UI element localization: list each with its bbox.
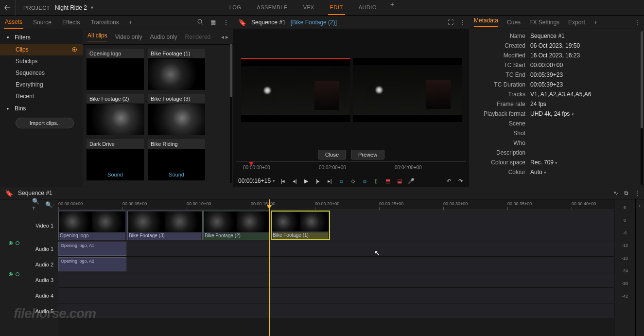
voiceover-icon[interactable]: 🎤 — [407, 177, 415, 185]
track-label-audio4[interactable]: Audio 4 — [28, 288, 58, 303]
step-back-icon[interactable]: ◂| — [291, 177, 298, 185]
viewer-frame-out[interactable] — [353, 58, 462, 122]
clip-card[interactable]: Bike Footage (2) — [87, 94, 144, 135]
fx-settings-tab[interactable]: FX Settings — [529, 19, 559, 26]
goto-start-icon[interactable]: |◂ — [279, 177, 287, 185]
clip-card[interactable]: Dark DriveSound — [87, 139, 144, 180]
clip-thumbnail[interactable]: Sound — [87, 149, 144, 180]
timeline-ruler[interactable]: 00:00:00+0000:00:05+0000:00:10+0000:00:1… — [58, 199, 614, 210]
source-tab[interactable]: Source — [32, 17, 52, 28]
timeline-sequence-name[interactable]: Sequence #1 — [18, 190, 52, 196]
playhead[interactable] — [269, 199, 270, 336]
goto-end-icon[interactable]: ▸| — [326, 177, 333, 185]
clip-card[interactable]: Opening logo — [87, 49, 144, 90]
timeline-clip[interactable]: Bike Footage (1) — [271, 211, 330, 240]
tab-assemble[interactable]: ASSEMBLE — [255, 0, 289, 15]
timecode-display[interactable]: 00:00:16+15 ▾ — [238, 177, 275, 184]
transitions-tab[interactable]: Transitions — [90, 17, 120, 28]
track-label-audio5[interactable]: Audio 5 — [28, 303, 58, 319]
collapse-panel-button[interactable]: ‹ — [635, 199, 644, 336]
audio-track-4[interactable] — [58, 288, 614, 303]
timeline-menu-icon[interactable]: ⋮ — [634, 190, 639, 196]
import-clips-button[interactable]: Import clips.. — [16, 118, 74, 128]
undo-icon[interactable]: ↶ — [445, 177, 453, 185]
track-label-audio2[interactable]: Audio 2 — [28, 257, 58, 272]
clip-thumbnail[interactable] — [87, 59, 144, 90]
clip-thumbnail[interactable] — [87, 104, 144, 135]
metadata-value[interactable]: Sequence #1 — [530, 33, 565, 39]
tab-audio[interactable]: AUDIO — [357, 0, 379, 15]
track-enable-toggle[interactable] — [9, 272, 13, 276]
chevron-down-icon[interactable]: ▼ — [90, 5, 94, 10]
metadata-value[interactable]: 06 Oct 2023, 19:50 — [530, 42, 580, 49]
fullscreen-icon[interactable]: ⛶ — [448, 19, 453, 26]
add-tab-button[interactable]: + — [390, 0, 394, 15]
delete-in-icon[interactable]: ⬒ — [384, 177, 392, 185]
metadata-value[interactable]: 16 Oct 2023, 16:23 — [530, 52, 580, 59]
export-tab[interactable]: Export — [568, 19, 585, 26]
metadata-tab[interactable]: Metadata — [474, 17, 498, 27]
bookmark-icon[interactable]: 🔖 — [5, 189, 13, 197]
audio-track-1[interactable]: Opening logo, A1 — [58, 241, 614, 257]
back-button[interactable] — [0, 0, 16, 16]
metadata-value[interactable]: UHD 4k, 24 fps ▾ — [530, 110, 574, 117]
metadata-value[interactable]: 24 fps — [530, 101, 546, 107]
metadata-value[interactable]: 00:05:39+23 — [530, 71, 563, 78]
filter-subclips[interactable]: Subclips — [0, 55, 83, 67]
mark-in-icon[interactable]: ⧈ — [337, 177, 345, 185]
delete-out-icon[interactable]: ⬓ — [396, 177, 403, 185]
metadata-value[interactable]: V1, A1,A2,A3,A4,A5,A6 — [530, 91, 591, 98]
timeline-audio-clip[interactable]: Opening logo, A1 — [58, 242, 126, 256]
metadata-value[interactable]: 00:05:39+23 — [530, 81, 563, 88]
mark-out-icon[interactable]: ⧈ — [361, 177, 368, 185]
meta-menu-icon[interactable]: ⋮ — [634, 19, 639, 26]
viewer-menu-icon[interactable]: ⋮ — [459, 19, 464, 26]
metadata-scrollbar[interactable] — [641, 31, 643, 185]
clip-thumbnail[interactable]: Sound — [148, 149, 205, 180]
track-enable-toggle[interactable] — [9, 241, 13, 245]
step-fwd-icon[interactable]: |▸ — [314, 177, 322, 185]
redo-icon[interactable]: ↷ — [456, 177, 464, 185]
clip-card[interactable]: Bike Footage (1) — [148, 49, 205, 90]
clip-filter-rendered[interactable]: Rendered — [185, 34, 211, 40]
timeline-clip[interactable]: Bike Footage (2) — [203, 211, 270, 240]
clip-filter-video[interactable]: Video only — [115, 34, 142, 40]
bins-group[interactable]: ▸Bins — [0, 102, 83, 115]
viewer-frame-in[interactable] — [241, 58, 350, 122]
track-label-audio1[interactable]: Audio 1 — [28, 241, 58, 257]
tab-log[interactable]: LOG — [227, 0, 244, 15]
play-icon[interactable]: ▶ — [302, 177, 310, 185]
copy-icon[interactable]: ⧉ — [624, 190, 628, 196]
sequence-name[interactable]: Sequence #1 — [251, 19, 286, 26]
preview-button[interactable]: Preview — [351, 150, 384, 159]
clip-card[interactable]: Bike Footage (3) — [148, 94, 205, 135]
clip-thumbnail[interactable] — [148, 104, 205, 135]
metadata-value[interactable]: Rec. 709 ▾ — [530, 159, 557, 166]
audio-track-3[interactable] — [58, 272, 614, 288]
track-solo-toggle[interactable] — [16, 241, 19, 245]
waveform-icon[interactable]: ∿ — [613, 190, 618, 196]
metadata-value[interactable]: Auto ▾ — [530, 169, 546, 176]
audio-track-2[interactable]: Opening logo, A2 — [58, 257, 614, 272]
panel-menu-icon[interactable]: ⋮ — [222, 18, 229, 26]
zoom-in-icon[interactable]: 🔍+ — [32, 198, 41, 212]
track-solo-toggle[interactable] — [16, 272, 19, 276]
clip-card[interactable]: Bike RidingSound — [148, 139, 205, 180]
audio-track-5[interactable] — [58, 303, 614, 319]
timeline-audio-clip[interactable]: Opening logo, A2 — [58, 257, 126, 271]
add-meta-tab[interactable]: + — [594, 19, 597, 26]
timeline-clip[interactable]: Opening logo — [58, 211, 126, 240]
close-button[interactable]: Close — [318, 150, 346, 159]
zoom-out-icon[interactable]: 🔍- — [45, 201, 54, 208]
clips-scrollbar[interactable] — [230, 44, 232, 183]
tab-edit[interactable]: EDIT — [328, 0, 345, 15]
project-name[interactable]: Night Ride 2 — [52, 4, 90, 11]
filter-everything[interactable]: Everything — [0, 79, 83, 90]
marker-icon[interactable]: ◇ — [349, 177, 357, 185]
effects-tab[interactable]: Effects — [61, 17, 81, 28]
bookmark-icon[interactable]: 🔖 — [238, 18, 246, 26]
track-label-audio3[interactable]: Audio 3 — [28, 272, 58, 288]
clip-filter-nav-icon[interactable]: ◂ ▸ — [221, 34, 228, 40]
grid-view-icon[interactable]: ▦ — [209, 18, 217, 26]
cue-icon[interactable]: ▯ — [372, 177, 380, 185]
